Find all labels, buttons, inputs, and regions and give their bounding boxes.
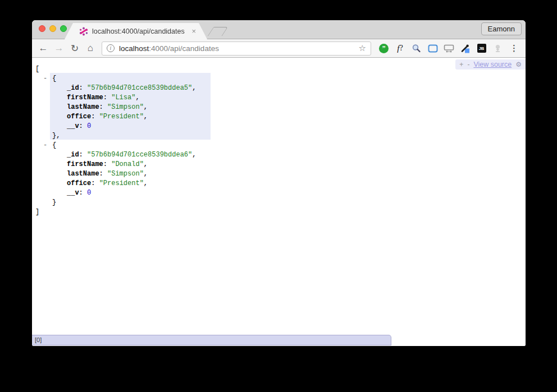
tab-title: localhost:4000/api/candidates: [92, 27, 191, 35]
zoom-window-button[interactable]: [60, 25, 67, 32]
minimize-window-button[interactable]: [49, 25, 56, 32]
json-row: [: [32, 64, 526, 74]
url-host: localhost: [119, 44, 149, 53]
browser-window: localhost:4000/api/candidates × Eamonn ←…: [32, 20, 526, 346]
json-comma: ,: [192, 84, 196, 92]
json-comma: ,: [144, 103, 148, 111]
profile-button[interactable]: Eamonn: [481, 22, 522, 35]
browser-menu-icon[interactable]: ⋮: [507, 41, 521, 55]
collapse-toggle[interactable]: -: [43, 141, 52, 150]
json-row: __v: 0: [32, 122, 526, 131]
json-viewer-controls: + - View source ⚙: [455, 59, 526, 70]
json-comma: ,: [144, 170, 148, 178]
close-window-button[interactable]: [39, 25, 45, 32]
json-path-status: [0]: [32, 335, 391, 345]
json-separator: :: [79, 189, 87, 197]
json-row: office: "President",: [32, 179, 526, 188]
url-text[interactable]: localhost:4000/api/candidates: [119, 44, 359, 53]
json-brace: {: [52, 75, 56, 82]
json-bracket: [: [35, 65, 39, 73]
tab-close-icon[interactable]: ×: [191, 27, 196, 35]
traffic-lights: [39, 25, 67, 32]
json-separator: :: [79, 151, 87, 159]
json-value: "Lisa": [111, 94, 135, 102]
disabled-extension-icon[interactable]: [491, 41, 505, 55]
favicon-api-burst-icon: [79, 27, 88, 36]
json-row: -{: [32, 141, 526, 150]
json-row: }: [32, 198, 526, 207]
reload-icon[interactable]: ↻: [68, 41, 81, 55]
json-separator: :: [91, 113, 99, 121]
forward-icon[interactable]: →: [52, 41, 66, 55]
view-source-link[interactable]: View source: [473, 61, 512, 68]
collapse-toggle[interactable]: -: [43, 74, 52, 84]
json-bracket: ]: [35, 208, 39, 216]
json-value: 0: [87, 189, 91, 197]
new-tab-button[interactable]: [208, 27, 228, 36]
home-icon[interactable]: ⌂: [84, 41, 97, 55]
jetbrains-extension-icon[interactable]: JB: [474, 41, 488, 55]
json-document: [-{_id: "57b6b94d701cce8539bddea5",first…: [32, 58, 526, 346]
json-value: "57b6b94d701cce8539bddea5": [87, 84, 192, 92]
json-value: "President": [99, 113, 144, 121]
font-inspector-extension-icon[interactable]: f?: [393, 41, 407, 55]
json-row: __v: 0: [32, 188, 526, 198]
json-key: __v: [67, 189, 79, 197]
json-row: ]: [32, 207, 526, 217]
json-separator: :: [79, 84, 87, 92]
search-lens-extension-icon[interactable]: [409, 41, 423, 55]
page-content: + - View source ⚙ [-{_id: "57b6b94d701cc…: [32, 58, 526, 346]
json-separator: :: [99, 170, 107, 178]
url-path: :4000/api/candidates: [149, 44, 219, 53]
json-row: lastName: "Simpson",: [32, 169, 526, 179]
collapse-all-button[interactable]: -: [467, 61, 469, 68]
tab-strip: localhost:4000/api/candidates × Eamonn: [32, 20, 526, 39]
json-row: firstName: "Donald",: [32, 160, 526, 169]
json-value: "Simpson": [107, 103, 144, 111]
json-row: _id: "57b6b94d701cce8539bddea5",: [32, 84, 526, 93]
json-value: "57b6b94d701cce8539bddea6": [87, 151, 192, 159]
json-separator: :: [103, 94, 111, 102]
json-value: "Donald": [111, 160, 144, 168]
back-icon[interactable]: ←: [36, 41, 50, 55]
json-comma: ,: [144, 179, 148, 187]
json-key: _id: [67, 84, 79, 92]
json-row: office: "President",: [32, 112, 526, 122]
json-comma: ,: [144, 113, 148, 121]
json-row: _id: "57b6b94d701cce8539bddea6",: [32, 150, 526, 160]
json-key: _id: [67, 151, 79, 159]
json-key: lastName: [67, 170, 99, 178]
capture-frame-extension-icon[interactable]: [426, 41, 440, 55]
json-value: "President": [99, 179, 144, 187]
json-value: 0: [87, 122, 91, 130]
json-key: office: [67, 113, 91, 121]
json-value: "Simpson": [107, 170, 144, 178]
json-brace: }: [52, 199, 56, 206]
json-row: firstName: "Lisa",: [32, 93, 526, 103]
json-row: },: [32, 131, 526, 141]
json-brace: {: [52, 141, 56, 149]
json-row: lastName: "Simpson",: [32, 103, 526, 112]
json-key: firstName: [67, 160, 103, 168]
json-row: -{: [32, 74, 526, 84]
bookmark-star-icon[interactable]: ☆: [359, 43, 366, 53]
json-separator: :: [99, 103, 107, 111]
hangouts-extension-icon[interactable]: ”: [377, 41, 391, 55]
address-bar[interactable]: i localhost:4000/api/candidates ☆: [102, 41, 371, 56]
color-picker-extension-icon[interactable]: [458, 41, 472, 55]
active-tab[interactable]: localhost:4000/api/candidates ×: [65, 23, 207, 39]
json-key: office: [67, 179, 91, 187]
json-comma: ,: [144, 160, 148, 168]
page-info-icon[interactable]: i: [107, 44, 115, 52]
json-separator: :: [91, 179, 99, 187]
settings-gear-icon[interactable]: ⚙: [515, 61, 522, 68]
json-brace: },: [52, 132, 60, 140]
json-key: firstName: [67, 94, 103, 102]
json-comma: ,: [192, 151, 196, 159]
expand-all-button[interactable]: +: [459, 61, 463, 68]
json-key: lastName: [67, 103, 99, 111]
json-separator: :: [79, 122, 87, 130]
json-key: __v: [67, 122, 79, 130]
responsive-view-extension-icon[interactable]: [442, 41, 456, 55]
json-separator: :: [103, 160, 111, 168]
